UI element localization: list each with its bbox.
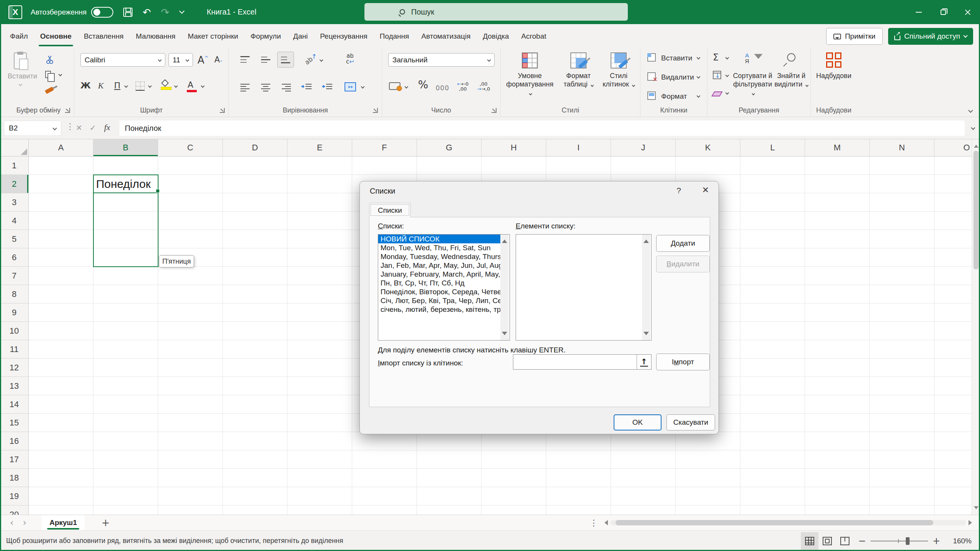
ribbon-tab-дані[interactable]: Дані xyxy=(287,24,314,49)
increase-font-button[interactable]: A^ xyxy=(198,54,209,64)
custom-list-item[interactable]: Jan, Feb, Mar, Apr, May, Jun, Jul, Aug, … xyxy=(378,261,500,270)
ribbon-tab-автоматизація[interactable]: Автоматизація xyxy=(415,24,477,49)
scroll-down-icon[interactable] xyxy=(974,506,978,512)
font-color-button[interactable]: A xyxy=(188,81,193,89)
comments-button[interactable]: Примітки xyxy=(826,28,883,45)
row-header-4[interactable]: 4 xyxy=(0,212,28,230)
column-header-L[interactable]: L xyxy=(740,139,805,156)
select-all-corner[interactable] xyxy=(0,139,29,156)
custom-list-item[interactable]: січень, лютий, березень, квітень, травен… xyxy=(378,305,500,314)
font-name-combo[interactable]: Calibri xyxy=(80,53,165,67)
ribbon-tab-acrobat[interactable]: Acrobat xyxy=(515,24,552,49)
ribbon-tab-формули[interactable]: Формули xyxy=(244,24,287,49)
scroll-down-icon[interactable] xyxy=(502,332,507,338)
save-button[interactable] xyxy=(123,8,132,17)
align-left-icon[interactable] xyxy=(240,83,250,92)
custom-list-item[interactable]: Mon, Tue, Wed, Thu, Fri, Sat, Sun xyxy=(378,243,500,252)
ribbon-tab-малювання[interactable]: Малювання xyxy=(130,24,182,49)
number-dialog-launcher[interactable] xyxy=(492,108,497,113)
orientation-chevron-icon[interactable] xyxy=(320,58,323,62)
list-entries-listbox[interactable] xyxy=(516,234,652,341)
cancel-entry-button[interactable]: ✕ xyxy=(76,123,82,132)
delete-button[interactable]: Видалити xyxy=(656,256,710,272)
comma-style-button[interactable]: 000 xyxy=(436,84,449,92)
orientation-button[interactable]: ab↗ xyxy=(303,51,318,67)
increase-decimal-button[interactable]: ←←0,00 xyxy=(457,82,469,91)
column-header-K[interactable]: K xyxy=(676,139,740,156)
sheet-tab-active[interactable]: Аркуш1 xyxy=(42,515,85,530)
column-header-G[interactable]: G xyxy=(417,139,482,156)
ribbon-tab-подання[interactable]: Подання xyxy=(374,24,415,49)
scroll-up-icon[interactable] xyxy=(502,237,507,243)
listbox2-scrollbar[interactable] xyxy=(642,235,650,340)
cut-button[interactable] xyxy=(46,55,54,63)
cell-styles-button[interactable]: Стилі клітинок xyxy=(599,52,638,88)
import-range-input[interactable]: ↑ xyxy=(513,354,652,370)
scroll-down-icon[interactable] xyxy=(644,332,649,338)
tab-splitter-icon[interactable]: ⋮ xyxy=(590,518,598,528)
fill-button[interactable] xyxy=(713,71,721,79)
column-header-M[interactable]: M xyxy=(805,139,870,156)
currency-format-button[interactable] xyxy=(389,82,400,90)
row-header-13[interactable]: 13 xyxy=(0,377,28,395)
quick-access-toolbar-chevron-icon[interactable] xyxy=(179,8,185,13)
horizontal-scrollbar[interactable] xyxy=(602,518,975,527)
custom-lists-listbox[interactable]: НОВИЙ СПИСОКMon, Tue, Wed, Thu, Fri, Sat… xyxy=(378,234,510,341)
wrap-text-button[interactable]: abc↩ xyxy=(346,53,354,65)
zoom-thumb[interactable] xyxy=(906,537,910,545)
fill-chevron-icon[interactable] xyxy=(725,73,729,77)
row-header-8[interactable]: 8 xyxy=(0,285,28,303)
scroll-left-icon[interactable] xyxy=(602,520,608,525)
row-header-15[interactable]: 15 xyxy=(0,414,28,432)
borders-button[interactable] xyxy=(136,82,145,91)
range-picker-button[interactable]: ↑ xyxy=(637,355,651,369)
minimize-button[interactable] xyxy=(906,0,931,24)
row-header-14[interactable]: 14 xyxy=(0,395,28,414)
copy-chevron-icon[interactable] xyxy=(59,73,62,77)
row-header-10[interactable]: 10 xyxy=(0,322,28,340)
column-header-F[interactable]: F xyxy=(352,139,417,156)
addins-button[interactable]: Надбудови xyxy=(815,52,853,80)
dialog-close-button[interactable]: ✕ xyxy=(699,185,712,195)
collapse-ribbon-chevron-icon[interactable] xyxy=(968,108,973,113)
increase-indent-icon[interactable] xyxy=(322,83,333,92)
excel-app-icon[interactable]: X xyxy=(8,5,22,19)
zoom-in-button[interactable]: + xyxy=(933,536,940,546)
number-format-combo[interactable]: Загальний xyxy=(388,53,495,67)
percent-style-button[interactable]: % xyxy=(418,81,428,89)
font-size-combo[interactable]: 11 xyxy=(168,53,193,67)
custom-list-item[interactable]: НОВИЙ СПИСОК xyxy=(378,235,500,243)
search-box[interactable]: Пошук xyxy=(364,3,628,21)
fill-handle[interactable] xyxy=(156,189,160,193)
row-header-11[interactable]: 11 xyxy=(0,340,28,359)
align-top-icon[interactable] xyxy=(240,55,250,65)
autosave-toggle[interactable] xyxy=(91,7,113,18)
row-header-1[interactable]: 1 xyxy=(0,156,28,175)
merge-chevron-icon[interactable] xyxy=(361,85,365,89)
autosum-chevron-icon[interactable] xyxy=(725,56,729,60)
add-button[interactable]: Додати xyxy=(656,235,710,252)
column-header-H[interactable]: H xyxy=(482,139,546,156)
sort-filter-button[interactable]: АЯ Сортувати й фільтрувати xyxy=(733,52,773,97)
row-header-7[interactable]: 7 xyxy=(0,267,28,285)
underline-button[interactable]: П xyxy=(114,82,121,90)
custom-list-item[interactable]: Понеділок, Вівторок, Середа, Четвер, П'я… xyxy=(378,287,500,296)
row-header-17[interactable]: 17 xyxy=(0,450,28,469)
insert-function-button[interactable]: fx xyxy=(104,122,110,132)
custom-list-item[interactable]: Січ, Лют, Бер, Кві, Тра, Чер, Лип, Сер, … xyxy=(378,296,500,305)
new-sheet-button[interactable]: + xyxy=(101,517,110,528)
formula-input[interactable]: Понеділок xyxy=(119,121,965,136)
align-right-icon[interactable] xyxy=(281,83,292,92)
page-break-view-button[interactable] xyxy=(836,532,854,550)
row-header-18[interactable]: 18 xyxy=(0,469,28,487)
align-bottom-icon[interactable] xyxy=(280,55,291,65)
vertical-scroll-thumb[interactable] xyxy=(973,151,978,269)
clipboard-dialog-launcher[interactable] xyxy=(65,108,70,113)
copy-button[interactable] xyxy=(45,71,51,78)
delete-cells-button[interactable]: Видалити xyxy=(661,73,694,82)
decrease-indent-icon[interactable] xyxy=(301,83,312,92)
prev-sheet-button[interactable]: ‹ xyxy=(10,517,14,528)
cancel-button[interactable]: Скасувати xyxy=(666,414,715,430)
undo-button[interactable]: ↶ xyxy=(142,7,151,17)
ribbon-tab-вставлення[interactable]: Вставлення xyxy=(78,24,130,49)
